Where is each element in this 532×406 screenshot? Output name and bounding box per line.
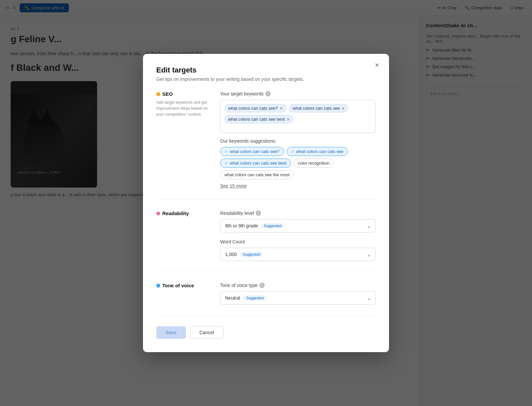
modal-title: Edit targets	[156, 66, 376, 74]
edit-targets-modal: × Edit targets Get tips on improvements …	[143, 54, 389, 352]
readability-suggested-badge: Suggested	[261, 223, 284, 228]
seo-label-col: SEO Add target keywords and get improvem…	[156, 91, 209, 189]
readability-level-label-row: Readability level i	[220, 210, 376, 216]
tone-info-icon: i	[259, 283, 265, 288]
readability-content-col: Readability level i 8th or 9th grade Sug…	[220, 210, 376, 261]
word-count-section: Word Count 1,000 Suggested ⌄	[220, 239, 376, 261]
readability-label-col: Readability	[156, 210, 209, 261]
tone-suggested-badge: Suggested	[243, 295, 266, 301]
keyword-remove-1[interactable]: ×	[342, 106, 344, 111]
keywords-input-area[interactable]: what colors can cats see? × what colors …	[220, 100, 376, 133]
keyword-remove-2[interactable]: ×	[287, 117, 290, 122]
suggestion-chip-2[interactable]: ✓ what colors can cats see best	[220, 159, 291, 168]
seo-description: Add target keywords and get improvement …	[156, 99, 209, 117]
tone-content-col: Tone of voice type i Neutral Suggested ⌄	[220, 283, 376, 305]
tone-section: Tone of voice Tone of voice type i Neutr…	[156, 283, 376, 316]
readability-dot	[156, 211, 160, 215]
seo-dot	[156, 92, 160, 96]
keywords-field-label: Your target keywords i	[220, 91, 376, 96]
suggestions-label: Our keywords suggestions:	[220, 138, 376, 144]
suggestion-chip-1[interactable]: ✓ what colors can cats see	[287, 147, 348, 156]
tone-dot	[156, 284, 160, 288]
cancel-button[interactable]: Cancel	[190, 326, 224, 339]
seo-section-name: SEO	[156, 91, 209, 97]
modal-overlay: × Edit targets Get tips on improvements …	[0, 0, 532, 406]
chip-check-2: ✓	[224, 161, 228, 166]
keywords-info-icon: i	[265, 91, 271, 96]
seo-content-col: Your target keywords i what colors can c…	[220, 91, 376, 189]
keyword-tag-1[interactable]: what colors can cats see ×	[289, 104, 348, 112]
seo-section: SEO Add target keywords and get improvem…	[156, 91, 376, 200]
modal-footer: Save Cancel	[156, 326, 376, 339]
word-count-label: Word Count	[220, 239, 376, 244]
word-count-suggested-badge: Suggested	[240, 252, 263, 257]
word-count-select[interactable]: 1,000 Suggested	[220, 248, 376, 261]
tone-section-name: Tone of voice	[156, 283, 209, 288]
readability-select[interactable]: 8th or 9th grade Suggested	[220, 219, 376, 232]
tone-dropdown[interactable]: Neutral Suggested ⌄	[220, 291, 376, 305]
chip-check-0: ✓	[224, 149, 228, 154]
tone-label-col: Tone of voice	[156, 283, 209, 305]
suggestion-chip-4[interactable]: what colors can cats see the most	[220, 170, 294, 179]
tone-select[interactable]: Neutral Suggested	[220, 291, 376, 305]
chip-check-1: ✓	[291, 149, 294, 154]
readability-info-icon: i	[256, 210, 261, 216]
see-more-link[interactable]: See 15 more	[220, 183, 247, 189]
keyword-remove-0[interactable]: ×	[280, 106, 283, 111]
save-button[interactable]: Save	[156, 326, 186, 339]
suggestion-chip-3[interactable]: color recognition	[294, 159, 334, 168]
readability-dropdown[interactable]: 8th or 9th grade Suggested ⌄	[220, 219, 376, 232]
keyword-tag-2[interactable]: what colors can cats see best ×	[224, 115, 293, 123]
readability-level-label: Readability level i	[220, 210, 376, 216]
close-button[interactable]: ×	[372, 60, 382, 70]
keyword-tag-0[interactable]: what colors can cats see? ×	[224, 104, 286, 112]
word-count-dropdown[interactable]: 1,000 Suggested ⌄	[220, 248, 376, 261]
tone-type-label: Tone of voice type i	[220, 283, 376, 288]
modal-subtitle: Get tips on improvements to your writing…	[156, 76, 376, 82]
suggestions-chips: ✓ what colors can cats see? ✓ what color…	[220, 147, 376, 179]
suggestion-chip-0[interactable]: ✓ what colors can cats see?	[220, 147, 284, 156]
readability-section-name: Readability	[156, 210, 209, 216]
readability-section: Readability Readability level i 8th or 9…	[156, 210, 376, 272]
